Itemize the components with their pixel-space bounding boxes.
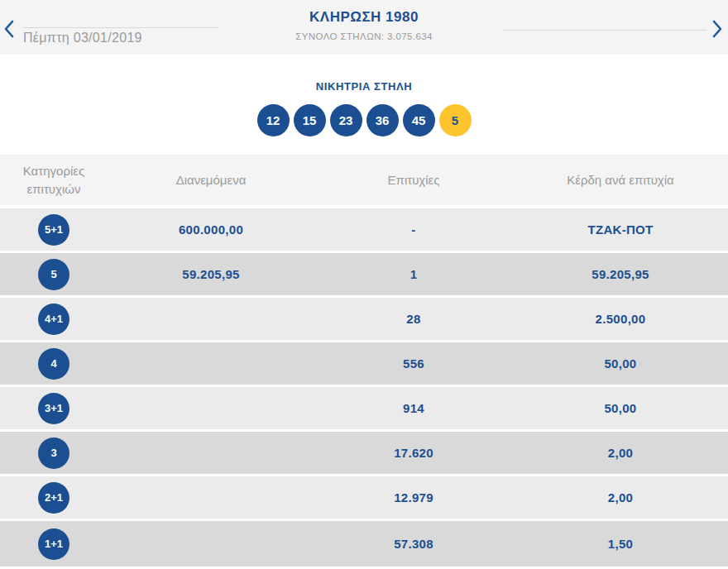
category-cell: 5: [0, 259, 108, 290]
prize-cell: 2,00: [513, 446, 728, 460]
wins-cell: 12.979: [314, 490, 513, 504]
prize-cell: ΤΖΑΚ-ΠΟΤ: [513, 222, 728, 237]
prize-category-row: 317.6202,00: [0, 432, 728, 474]
winning-column-label: ΝΙΚΗΤΡΙΑ ΣΤΗΛΗ: [0, 80, 728, 93]
draw-date-container: Πέμπτη 03/01/2019: [23, 27, 218, 45]
chevron-right-icon: [712, 20, 723, 38]
category-badge: 1+1: [38, 528, 69, 560]
previous-draw-button[interactable]: [3, 20, 14, 38]
prize-cell: 59.205,95: [513, 267, 728, 281]
category-cell: 3+1: [0, 393, 108, 424]
wins-cell: 556: [314, 356, 513, 371]
tzoker-draw-results-page: Πέμπτη 03/01/2019 ΚΛΗΡΩΣΗ 1980 ΣΥΝΟΛΟ ΣΤ…: [0, 0, 728, 567]
winning-number-ball: 12: [257, 104, 290, 136]
prize-cell: 1,50: [513, 537, 728, 551]
prize-category-row: 2+112.9792,00: [0, 476, 728, 519]
distributed-cell: 59.205,95: [108, 267, 314, 281]
prize-cell: 50,00: [513, 356, 728, 371]
wins-cell: 17.620: [314, 446, 513, 460]
column-header-distributed: Διανεμόμενα: [108, 171, 314, 189]
prize-category-row: 3+191450,00: [0, 387, 728, 429]
header-divider-line: [503, 30, 706, 31]
category-cell: 4: [0, 348, 108, 380]
column-header-categories: Κατηγορίες επιτυχιών: [0, 162, 108, 198]
draw-date: Πέμπτη 03/01/2019: [23, 31, 142, 45]
category-cell: 2+1: [0, 482, 108, 514]
draw-title: ΚΛΗΡΩΣΗ 1980: [295, 9, 433, 26]
category-badge: 3+1: [38, 393, 69, 424]
prize-category-row: 4+1282.500,00: [0, 298, 728, 340]
winning-number-ball: 15: [294, 104, 326, 136]
winning-numbers-list: 12152336455: [0, 104, 728, 136]
chevron-left-icon: [3, 20, 14, 38]
column-header-wins: Επιτυχίες: [314, 171, 513, 189]
category-badge: 4+1: [38, 304, 69, 335]
column-header-prize: Κέρδη ανά επιτυχία: [513, 171, 728, 189]
category-badge: 2+1: [38, 482, 69, 514]
prize-category-row: 455650,00: [0, 342, 728, 385]
wins-cell: -: [314, 222, 513, 237]
prize-category-row: 5+1600.000,00-ΤΖΑΚ-ΠΟΤ: [0, 208, 728, 251]
winning-number-ball: 36: [366, 104, 399, 136]
prize-category-row: 1+157.3081,50: [0, 521, 728, 567]
table-header-row: Κατηγορίες επιτυχιών Διανεμόμενα Επιτυχί…: [0, 155, 728, 205]
prize-category-row: 559.205,95159.205,95: [0, 253, 728, 295]
category-cell: 1+1: [0, 528, 108, 560]
wins-cell: 1: [314, 267, 513, 281]
distributed-cell: 600.000,00: [108, 222, 314, 237]
category-badge: 5+1: [38, 214, 69, 246]
prize-cell: 50,00: [513, 401, 728, 415]
next-draw-button[interactable]: [712, 20, 723, 38]
category-badge: 5: [38, 259, 69, 290]
winning-number-ball: 23: [330, 104, 362, 136]
winning-column-section: ΝΙΚΗΤΡΙΑ ΣΤΗΛΗ 12152336455: [0, 55, 728, 155]
prize-categories-table: Κατηγορίες επιτυχιών Διανεμόμενα Επιτυχί…: [0, 155, 728, 567]
category-badge: 3: [38, 438, 69, 469]
wins-cell: 57.308: [314, 537, 513, 551]
category-cell: 4+1: [0, 304, 108, 335]
wins-cell: 914: [314, 401, 513, 415]
bonus-number-ball: 5: [439, 104, 472, 136]
category-badge: 4: [38, 348, 69, 380]
table-body: 5+1600.000,00-ΤΖΑΚ-ΠΟΤ559.205,95159.205,…: [0, 208, 728, 567]
wins-cell: 28: [314, 312, 513, 326]
prize-cell: 2,00: [513, 490, 728, 504]
winning-number-ball: 45: [403, 104, 435, 136]
total-columns-label: ΣΥΝΟΛΟ ΣΤΗΛΩΝ: 3.075.634: [295, 31, 433, 41]
draw-title-block: ΚΛΗΡΩΣΗ 1980 ΣΥΝΟΛΟ ΣΤΗΛΩΝ: 3.075.634: [295, 9, 433, 41]
category-cell: 3: [0, 438, 108, 469]
category-cell: 5+1: [0, 214, 108, 246]
draw-navigation-header: Πέμπτη 03/01/2019 ΚΛΗΡΩΣΗ 1980 ΣΥΝΟΛΟ ΣΤ…: [0, 0, 728, 55]
prize-cell: 2.500,00: [513, 312, 728, 326]
